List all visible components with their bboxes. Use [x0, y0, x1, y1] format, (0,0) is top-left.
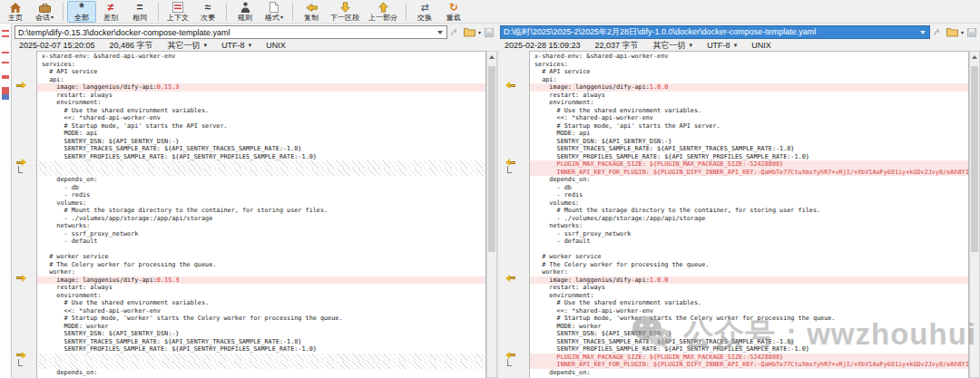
left-history-icon[interactable] — [449, 26, 462, 39]
toolbar-button-label: 全部 — [74, 14, 89, 22]
toolbar-button-swap[interactable]: ⇄交换 — [410, 1, 439, 23]
toolbar-button-format[interactable]: 格式▾ — [260, 1, 289, 23]
toolbar-button-all[interactable]: *全部 — [67, 1, 96, 23]
left-pane-scrollbar[interactable] — [486, 51, 497, 378]
left-scrollbar-thumb[interactable] — [488, 66, 495, 252]
left-save-icon[interactable] — [483, 26, 495, 39]
gutter-row — [12, 143, 36, 151]
code-line: # Startup mode, 'worker' starts the Cele… — [530, 315, 968, 323]
code-line: SENTRY_DSN: ${API_SENTRY_DSN:-} — [37, 138, 485, 146]
toolbar-separator — [63, 3, 64, 21]
gutter-row — [12, 344, 36, 352]
left-scroll-up-button[interactable] — [487, 52, 496, 62]
toolbar-button-label: 重载 — [446, 14, 461, 22]
copy-to-left-arrow-icon[interactable] — [505, 160, 515, 165]
right-scrollbar-thumb[interactable] — [971, 66, 978, 252]
right-encoding-dropdown[interactable]: UTF-8▾ — [707, 41, 737, 50]
code-line: - ./volumes/app/storage:/app/api/storage — [530, 215, 968, 223]
context-icon — [172, 2, 183, 14]
copy-to-right-arrow-icon[interactable] — [16, 82, 26, 88]
right-path-combo-arrow-icon[interactable] — [919, 31, 927, 34]
added-code-line: PLUGIN_MAX_PACKAGE_SIZE: ${PLUGIN_MAX_PA… — [530, 354, 968, 362]
gutter-row — [498, 359, 529, 367]
copy-to-left-arrow-icon[interactable] — [505, 82, 515, 88]
right-browse-folder-icon[interactable] — [946, 26, 959, 39]
diff-overview-map[interactable] — [0, 24, 12, 378]
code-line: # API service — [530, 68, 968, 76]
toolbar-button-context[interactable]: 上下文 — [162, 1, 193, 23]
left-file-header: D:\temp\dify-0.15.3\docker\docker-compos… — [12, 24, 497, 51]
left-format-dropdown[interactable]: 其它一切▾ — [168, 40, 208, 52]
code-line: - ssrf_proxy_network — [37, 230, 485, 238]
code-line: image: langgenius/dify-api:0.15.3 — [37, 276, 485, 285]
left-browse-folder-icon[interactable] — [464, 26, 476, 39]
chevron-down-icon[interactable]: ▾ — [51, 14, 54, 22]
code-line: depends_on: — [37, 176, 485, 184]
session-icon — [39, 2, 51, 14]
toolbar-button-label: 会话▾ — [35, 14, 54, 22]
copy-to-right-arrow-icon[interactable] — [16, 160, 26, 165]
toolbar-button-prev-section[interactable]: 上一部分 — [364, 1, 402, 23]
right-save-icon[interactable] — [965, 26, 978, 39]
gutter-row — [498, 344, 529, 352]
left-encoding-dropdown[interactable]: UTF-8▾ — [221, 41, 251, 50]
right-history-icon[interactable] — [932, 26, 945, 39]
gutter-row — [12, 321, 36, 329]
copy-icon — [306, 2, 318, 14]
right-file-path-input[interactable]: D:\临时\2025\2025-2\2025年2月28日\dify-1.0.0\… — [500, 25, 930, 39]
code-line: SENTRY_PROFILES_SAMPLE_RATE: ${API_SENTR… — [530, 153, 968, 161]
toolbar-button-minor[interactable]: ≈次要 — [193, 1, 222, 23]
swap-icon: ⇄ — [420, 2, 428, 14]
diffs-icon: ≠ — [108, 2, 114, 14]
beyond-compare-window: 主页会话▾*全部≠差别=相同上下文≈次要规则格式▾复制下一区段上一部分⇄交换↻重… — [0, 0, 980, 378]
gutter-row — [12, 112, 36, 121]
right-browse-caret-icon[interactable]: ▾ — [961, 29, 964, 35]
code-line: image: langgenius/dify-api:0.15.3 — [37, 83, 485, 92]
copy-to-left-arrow-icon[interactable] — [505, 276, 515, 281]
code-line: environment: — [37, 292, 485, 300]
right-format-dropdown[interactable]: 其它一切▾ — [653, 40, 693, 52]
gutter-row — [12, 328, 36, 336]
toolbar-button-sessions[interactable]: 会话▾ — [30, 1, 59, 23]
gutter-row — [12, 259, 36, 267]
toolbar-button-label: 格式▾ — [265, 14, 283, 22]
code-line: SENTRY_PROFILES_SAMPLE_RATE: ${API_SENTR… — [37, 153, 485, 161]
diff-map-mark — [2, 75, 9, 79]
code-line: networks: — [37, 222, 485, 230]
copy-to-right-arrow-icon[interactable] — [16, 276, 26, 281]
code-line: SENTRY_PROFILES_SAMPLE_RATE: ${API_SENTR… — [530, 345, 968, 354]
toolbar-button-diffs[interactable]: ≠差别 — [96, 1, 125, 23]
rules-icon — [240, 2, 250, 14]
same-icon: = — [136, 2, 142, 14]
right-scroll-up-button[interactable] — [970, 52, 979, 62]
gutter-row — [12, 74, 36, 82]
toolbar-button-reload[interactable]: ↻重载 — [439, 1, 468, 23]
left-path-combo-arrow-icon[interactable] — [436, 31, 445, 34]
right-pane-scrollbar[interactable] — [969, 51, 980, 378]
left-file-path-input[interactable]: D:\temp\dify-0.15.3\docker\docker-compos… — [15, 25, 447, 39]
copy-to-left-arrow-icon[interactable] — [505, 353, 515, 358]
gutter-row — [12, 251, 36, 259]
gutter-row — [498, 313, 529, 321]
code-line: # Startup mode, 'worker' starts the Cele… — [37, 315, 485, 323]
changed-text: 0.15.3 — [157, 276, 180, 284]
right-pane-text[interactable]: x-shared-env: &shared-api-worker-envserv… — [529, 51, 969, 378]
code-line: api: — [530, 76, 968, 84]
gutter-row — [498, 105, 529, 113]
toolbar-button-same[interactable]: =相同 — [125, 1, 154, 23]
gutter-row — [498, 220, 529, 228]
copy-to-right-arrow-icon[interactable] — [16, 353, 26, 358]
toolbar-button-rules[interactable]: 规则 — [230, 1, 260, 23]
gutter-row — [498, 121, 529, 129]
left-pane-text[interactable]: x-shared-env: &shared-api-worker-envserv… — [36, 51, 486, 378]
chevron-down-icon[interactable]: ▾ — [280, 14, 283, 22]
left-browse-caret-icon[interactable]: ▾ — [478, 29, 481, 35]
code-line: # Use the shared environment variables. — [530, 299, 968, 307]
gutter-row — [12, 244, 36, 252]
missing-lines-placeholder — [37, 160, 485, 169]
toolbar-button-home[interactable]: 主页 — [1, 1, 30, 23]
toolbar-button-next-section[interactable]: 下一区段 — [326, 1, 364, 23]
toolbar-button-copy[interactable]: 复制 — [297, 1, 326, 23]
gutter-row — [498, 236, 529, 244]
gutter-row — [12, 159, 36, 167]
